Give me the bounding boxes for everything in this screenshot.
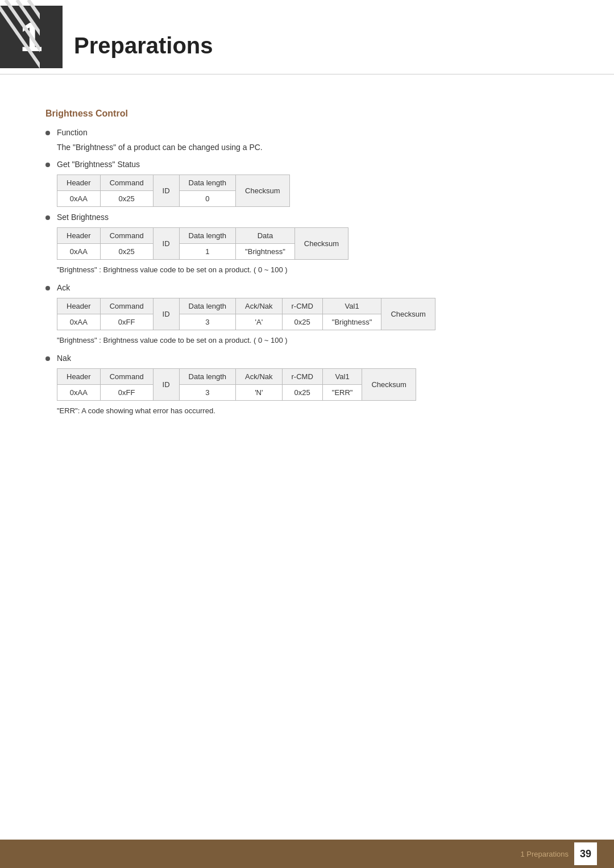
ack-val1-val: "Brightness" [322,314,381,330]
nak-header-val: 0xAA [57,385,101,401]
set-data-val: "Brightness" [236,244,295,260]
ack-rcmd-val: 0x25 [282,314,322,330]
footer-label: 1 Preparations [520,850,569,858]
ack-id-col: ID [153,298,179,330]
ack-table-container: Header Command ID Data length Ack/Nak r-… [57,298,569,330]
set-brightness-bullet: Set Brightness [45,213,569,222]
nak-acknak-col: Ack/Nak [236,369,282,385]
ack-label: Ack [57,283,70,292]
nak-checksum-col: Checksum [362,369,416,401]
ack-checksum-col: Checksum [381,298,435,330]
set-brightness-table-container: Header Command ID Data length Data Check… [57,227,569,260]
get-header-val: 0xAA [57,191,101,207]
ack-header-val: 0xAA [57,314,101,330]
ack-brightness-note: "Brightness" : Brightness value code to … [57,336,569,344]
set-brightness-note: "Brightness" : Brightness value code to … [57,265,569,274]
get-datalength-col: Data length [179,175,236,191]
ack-datalength-col: Data length [179,298,236,314]
set-data-col: Data [236,228,295,244]
chapter-title: Preparations [74,16,213,59]
ack-acknak-val: 'A' [236,314,282,330]
ack-command-col: Command [100,298,153,314]
function-bullet: Function [45,128,569,137]
nak-bullet: Nak [45,354,569,363]
nak-table-container: Header Command ID Data length Ack/Nak r-… [57,368,569,401]
ack-table: Header Command ID Data length Ack/Nak r-… [57,298,435,330]
ack-header-col: Header [57,298,101,314]
nak-rcmd-val: 0x25 [282,385,322,401]
nak-val1-col: Val1 [322,369,362,385]
get-command-col: Command [100,175,153,191]
chapter-header: 1 Preparations [0,0,614,74]
nak-command-col: Command [100,369,153,385]
get-header-col: Header [57,175,101,191]
nak-rcmd-col: r-CMD [282,369,322,385]
get-brightness-bullet: Get "Brightness" Status [45,160,569,169]
ack-rcmd-col: r-CMD [282,298,322,314]
nak-table: Header Command ID Data length Ack/Nak r-… [57,368,416,401]
ack-acknak-col: Ack/Nak [236,298,282,314]
bullet-dot-nak [45,356,50,361]
bullet-dot-function [45,131,50,135]
get-brightness-label: Get "Brightness" Status [57,160,140,169]
set-datalength-val: 1 [179,244,236,260]
set-datalength-col: Data length [179,228,236,244]
get-brightness-table-container: Header Command ID Data length Checksum 0… [57,175,569,207]
nak-datalength-val: 3 [179,385,236,401]
nak-header-col: Header [57,369,101,385]
set-id-col: ID [153,228,179,260]
nak-datalength-col: Data length [179,369,236,385]
set-checksum-col: Checksum [294,228,348,260]
page-footer: 1 Preparations 39 [0,840,614,868]
bullet-dot-set [45,215,50,220]
svg-line-0 [0,0,40,74]
nak-acknak-val: 'N' [236,385,282,401]
get-brightness-table: Header Command ID Data length Checksum 0… [57,175,290,207]
get-checksum-col: Checksum [236,175,289,207]
set-brightness-label: Set Brightness [57,213,109,222]
nak-command-val: 0xFF [100,385,153,401]
function-label: Function [57,128,88,137]
set-header-val: 0xAA [57,244,101,260]
top-decoration [0,0,40,74]
get-command-val: 0x25 [100,191,153,207]
bullet-dot-get [45,163,50,167]
footer-page-number: 39 [574,842,597,865]
ack-datalength-val: 3 [179,314,236,330]
set-header-col: Header [57,228,101,244]
nak-id-col: ID [153,369,179,401]
ack-bullet: Ack [45,283,569,292]
set-command-val: 0x25 [100,244,153,260]
ack-command-val: 0xFF [100,314,153,330]
get-datalength-val: 0 [179,191,236,207]
bullet-dot-ack [45,286,50,290]
main-content: Brightness Control Function The "Brightn… [0,97,614,470]
get-id-col: ID [153,175,179,207]
nak-val1-val: "ERR" [322,385,362,401]
set-brightness-table: Header Command ID Data length Data Check… [57,227,349,260]
err-note: "ERR": A code showing what error has occ… [57,406,569,415]
section-title: Brightness Control [45,109,569,119]
set-command-col: Command [100,228,153,244]
ack-val1-col: Val1 [322,298,381,314]
function-description: The "Brightness" of a product can be cha… [57,143,569,152]
nak-label: Nak [57,354,71,363]
